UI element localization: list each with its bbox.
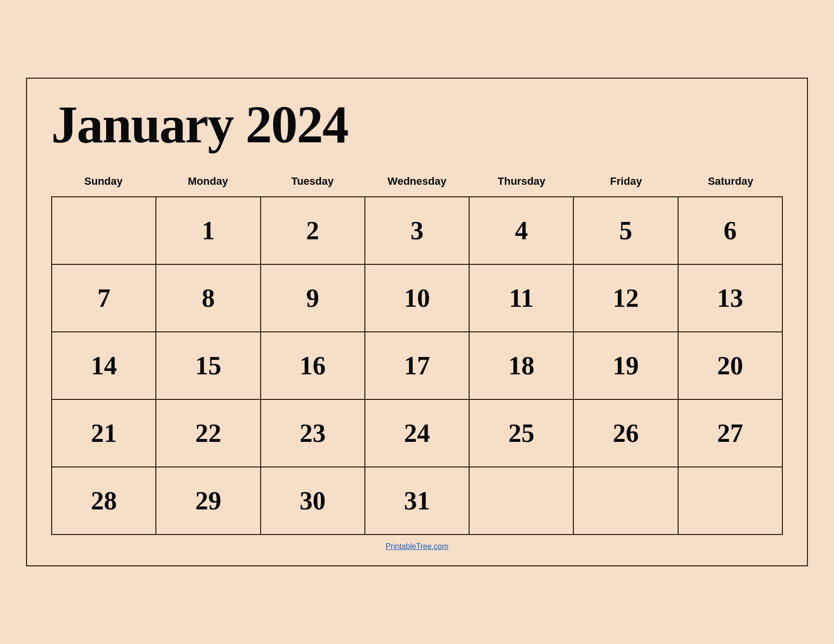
day-number: 29 <box>195 486 221 516</box>
day-number: 24 <box>404 418 430 448</box>
calendar-cell[interactable]: 10 <box>365 265 470 332</box>
day-number: 18 <box>508 351 534 381</box>
day-header-thursday: Thursday <box>469 170 574 192</box>
day-header-tuesday: Tuesday <box>260 170 365 192</box>
calendar-cell[interactable] <box>679 467 783 535</box>
calendar-cell[interactable]: 13 <box>679 265 783 332</box>
day-number: 11 <box>509 283 534 313</box>
calendar-cell[interactable]: 18 <box>470 332 574 400</box>
day-number: 15 <box>195 351 221 381</box>
calendar-cell[interactable]: 26 <box>574 400 678 467</box>
calendar-cell[interactable]: 31 <box>365 467 470 535</box>
calendar-cell[interactable]: 11 <box>470 265 574 332</box>
day-header-monday: Monday <box>156 170 261 192</box>
day-number: 1 <box>202 216 215 246</box>
day-number: 21 <box>91 418 117 448</box>
day-number: 17 <box>404 351 430 381</box>
day-number: 25 <box>508 418 534 448</box>
calendar-cell[interactable]: 27 <box>679 400 783 467</box>
calendar-cell[interactable] <box>470 467 574 535</box>
calendar-grid: 1234567891011121314151617181920212223242… <box>51 196 783 535</box>
day-header-wednesday: Wednesday <box>365 170 470 192</box>
calendar-cell[interactable]: 14 <box>52 332 156 400</box>
calendar-cell[interactable]: 3 <box>365 197 470 265</box>
calendar-container: January 2024 Sunday Monday Tuesday Wedne… <box>26 78 808 566</box>
day-number: 3 <box>410 216 423 246</box>
calendar-cell[interactable]: 17 <box>365 332 470 400</box>
day-number: 14 <box>91 351 117 381</box>
day-number: 27 <box>717 418 743 448</box>
day-number: 13 <box>717 283 743 313</box>
calendar-cell[interactable]: 5 <box>574 197 678 265</box>
day-header-saturday: Saturday <box>678 170 783 192</box>
calendar-footer: PrintableTree.com <box>51 542 783 551</box>
day-number: 12 <box>613 283 639 313</box>
day-number: 22 <box>195 418 221 448</box>
day-number: 4 <box>515 216 528 246</box>
calendar-cell[interactable]: 24 <box>365 400 470 467</box>
calendar-cell[interactable]: 20 <box>679 332 783 400</box>
calendar-cell[interactable] <box>574 467 678 535</box>
calendar-cell[interactable]: 19 <box>574 332 678 400</box>
day-header-sunday: Sunday <box>51 170 156 192</box>
calendar-cell[interactable]: 12 <box>574 265 678 332</box>
day-number: 19 <box>613 351 639 381</box>
calendar-cell[interactable]: 2 <box>261 197 365 265</box>
day-number: 20 <box>717 351 743 381</box>
day-header-friday: Friday <box>574 170 679 192</box>
day-number: 8 <box>202 283 215 313</box>
calendar-cell[interactable]: 6 <box>679 197 783 265</box>
calendar-cell[interactable]: 22 <box>156 400 261 467</box>
calendar-cell[interactable]: 7 <box>52 265 156 332</box>
calendar-title: January 2024 <box>51 98 783 151</box>
day-number: 2 <box>306 216 319 246</box>
day-number: 26 <box>613 418 639 448</box>
day-number: 16 <box>300 351 326 381</box>
day-number: 23 <box>300 418 326 448</box>
calendar-cell[interactable]: 9 <box>261 265 365 332</box>
day-number: 7 <box>97 283 111 313</box>
day-number: 31 <box>404 486 430 516</box>
day-number: 30 <box>300 486 326 516</box>
day-number: 10 <box>404 283 430 313</box>
day-number: 28 <box>91 486 117 516</box>
calendar-cell[interactable]: 23 <box>261 400 365 467</box>
calendar-cell[interactable]: 4 <box>470 197 574 265</box>
calendar-cell[interactable]: 29 <box>156 467 261 535</box>
calendar-cell[interactable] <box>52 197 156 265</box>
calendar-cell[interactable]: 28 <box>52 467 156 535</box>
day-number: 9 <box>306 283 319 313</box>
calendar-cell[interactable]: 21 <box>52 400 156 467</box>
day-number: 5 <box>619 216 632 246</box>
calendar-cell[interactable]: 25 <box>470 400 574 467</box>
calendar-cell[interactable]: 8 <box>156 265 261 332</box>
day-headers: Sunday Monday Tuesday Wednesday Thursday… <box>51 170 783 192</box>
footer-link[interactable]: PrintableTree.com <box>386 542 448 550</box>
calendar-cell[interactable]: 15 <box>156 332 261 400</box>
calendar-cell[interactable]: 16 <box>261 332 365 400</box>
calendar-cell[interactable]: 30 <box>261 467 365 535</box>
calendar-cell[interactable]: 1 <box>156 197 261 265</box>
day-number: 6 <box>723 216 737 246</box>
